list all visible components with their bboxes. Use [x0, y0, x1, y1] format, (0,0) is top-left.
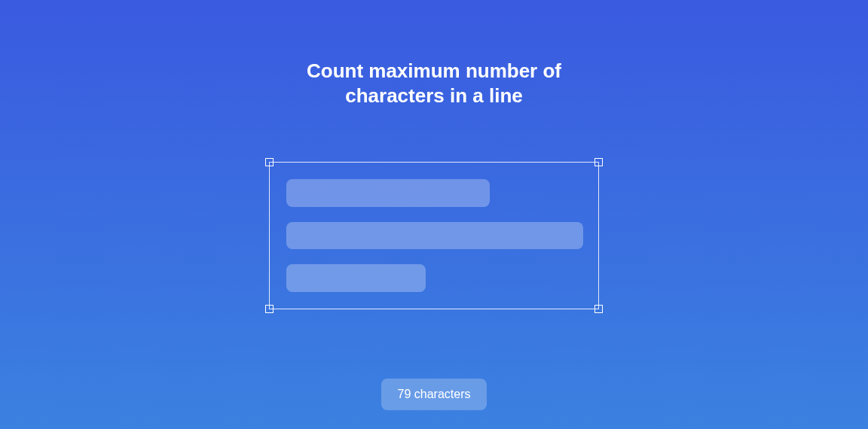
text-selection-frame[interactable] [269, 162, 599, 309]
text-line-placeholder [286, 222, 583, 250]
text-line-placeholder [286, 264, 426, 292]
text-line-placeholder [286, 179, 490, 207]
resize-handle-top-right[interactable] [594, 158, 603, 166]
resize-handle-bottom-left[interactable] [265, 305, 274, 313]
resize-handle-bottom-right[interactable] [594, 305, 603, 313]
page-title: Count maximum number of characters in a … [283, 59, 585, 108]
character-count-badge: 79 characters [381, 379, 487, 410]
resize-handle-top-left[interactable] [265, 158, 274, 166]
